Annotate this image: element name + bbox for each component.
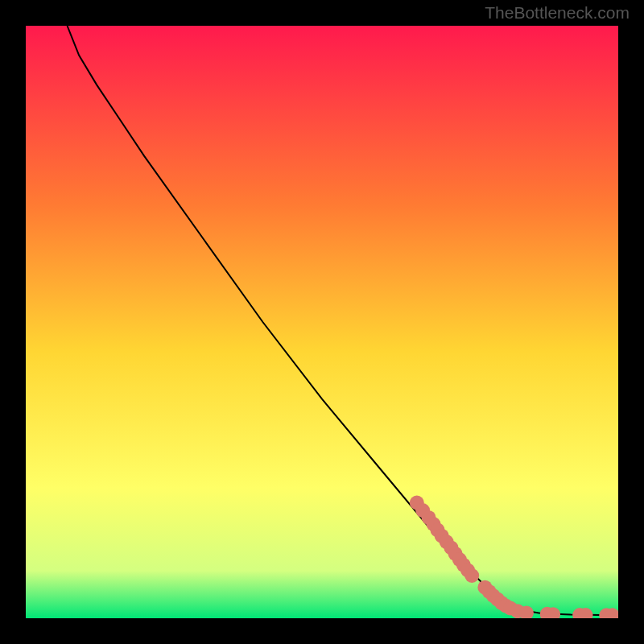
chart-svg	[26, 26, 618, 618]
scatter-point	[464, 568, 479, 583]
plot-area	[26, 26, 618, 618]
chart-container: TheBottleneck.com	[0, 0, 644, 644]
gradient-background	[26, 26, 618, 618]
watermark-text: TheBottleneck.com	[485, 3, 630, 23]
